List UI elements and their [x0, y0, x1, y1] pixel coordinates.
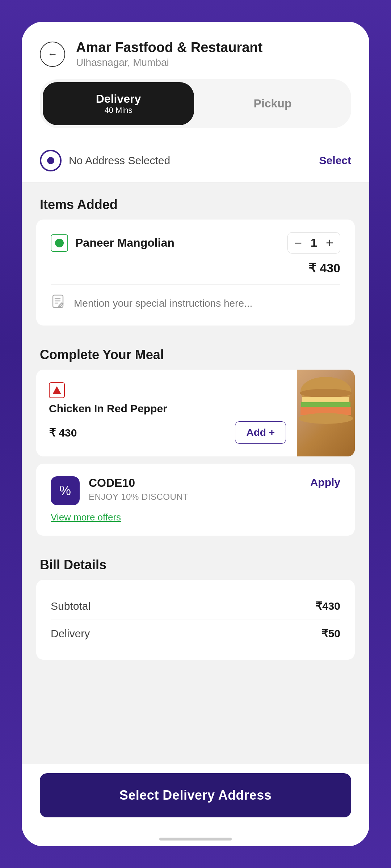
back-arrow-icon: ←	[47, 48, 58, 60]
coupon-icon-symbol: %	[59, 483, 71, 498]
restaurant-name: Amar Fastfood & Restaurant	[76, 40, 262, 55]
bill-details-title: Bill Details	[22, 543, 369, 580]
quantity-controls: − 1 +	[287, 232, 340, 254]
back-button[interactable]: ←	[40, 42, 65, 67]
bill-subtotal-row: Subtotal ₹430	[51, 592, 340, 620]
delivery-fee-label: Delivery	[51, 627, 90, 640]
restaurant-info: Amar Fastfood & Restaurant Ulhasnagar, M…	[76, 40, 262, 68]
cart-item-name: Paneer Mangolian	[75, 236, 175, 250]
complete-meal-title: Complete Your Meal	[22, 333, 369, 370]
address-text: No Address Selected	[69, 154, 312, 167]
coupon-description: ENJOY 10% DISCOUNT	[89, 492, 301, 502]
note-icon	[51, 294, 67, 313]
subtotal-value: ₹430	[315, 600, 340, 612]
special-instructions-row	[51, 294, 340, 313]
items-added-title: Items Added	[22, 183, 369, 220]
cart-item-price: ₹ 430	[51, 261, 340, 275]
home-indicator	[22, 832, 369, 846]
view-more-offers-link[interactable]: View more offers	[51, 512, 121, 523]
bill-details-card: Subtotal ₹430 Delivery ₹50	[36, 580, 355, 660]
special-instructions-input[interactable]	[74, 298, 340, 309]
decrease-quantity-button[interactable]: −	[294, 237, 302, 250]
svg-point-1	[47, 157, 54, 164]
delivery-tab[interactable]: Delivery 40 Mins	[43, 82, 194, 125]
bill-delivery-row: Delivery ₹50	[51, 620, 340, 647]
subtotal-label: Subtotal	[51, 600, 91, 612]
delivery-fee-value: ₹50	[321, 627, 340, 640]
location-icon	[40, 150, 62, 171]
svg-point-4	[300, 389, 352, 397]
coupon-icon: %	[51, 476, 80, 505]
meal-item-image	[297, 370, 355, 456]
coupon-code: CODE10	[89, 476, 301, 490]
nonveg-icon	[49, 382, 65, 398]
pickup-tab[interactable]: Pickup	[197, 82, 348, 125]
bottom-bar: Select Delivery Address	[22, 764, 369, 832]
meal-suggestion-card: Chicken In Red Pepper ₹ 430 Add +	[36, 370, 355, 456]
increase-quantity-button[interactable]: +	[326, 237, 333, 250]
address-row: No Address Selected Select	[22, 139, 369, 183]
quantity-value: 1	[308, 236, 319, 250]
delivery-time: 40 Mins	[50, 106, 187, 115]
veg-icon	[51, 234, 68, 252]
order-type-toggle: Delivery 40 Mins Pickup	[22, 79, 369, 139]
coupon-card: % CODE10 ENJOY 10% DISCOUNT Apply View m…	[36, 464, 355, 536]
apply-coupon-button[interactable]: Apply	[310, 476, 340, 489]
svg-point-8	[299, 413, 353, 424]
cart-item-card: Paneer Mangolian − 1 + ₹ 430	[36, 220, 355, 326]
select-delivery-address-button[interactable]: Select Delivery Address	[40, 773, 351, 817]
divider	[51, 284, 340, 285]
svg-rect-6	[301, 402, 350, 408]
meal-item-name: Chicken In Red Pepper	[49, 403, 286, 415]
select-address-link[interactable]: Select	[319, 154, 351, 167]
restaurant-location: Ulhasnagar, Mumbai	[76, 57, 262, 68]
coupon-info: CODE10 ENJOY 10% DISCOUNT	[89, 476, 301, 502]
home-bar	[159, 838, 232, 841]
meal-item-price: ₹ 430	[49, 426, 77, 439]
add-meal-button[interactable]: Add +	[235, 421, 286, 444]
